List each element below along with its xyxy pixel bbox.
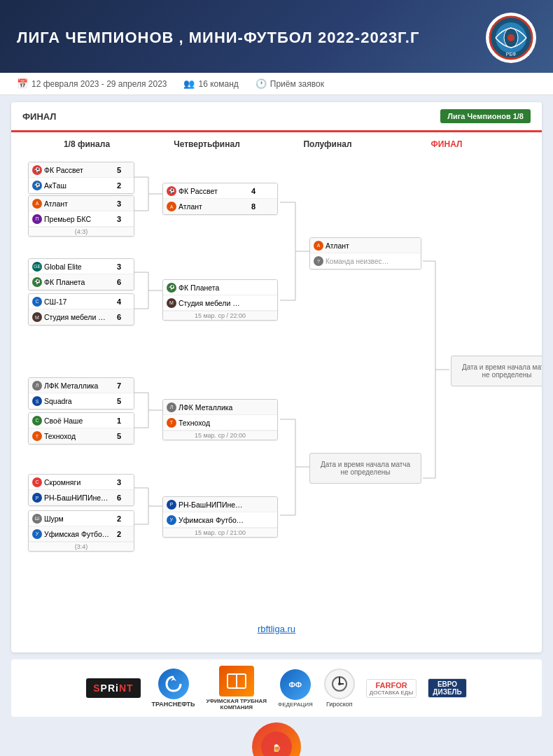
r2m4-t1-name: РН-БашНИПИнефть [178, 500, 245, 509]
r1m6-team1: С Своё Наше 1 [29, 413, 134, 428]
teams-item: 👥 16 команд [183, 78, 238, 89]
r1m7-team1: С Скромняги 3 [29, 475, 134, 490]
r2m4-team2: У Уфимская Футбольна... [163, 512, 277, 528]
r2m1-t2-name: Атлант [178, 202, 245, 211]
r4-final-tbd: Дата и время начала матча не определены [451, 356, 542, 386]
website-link[interactable]: rbftliga.ru [258, 624, 295, 634]
r1m7-t1-name: Скромняги [44, 478, 111, 486]
footer-link[interactable]: rbftliga.ru [22, 617, 531, 641]
r1-label: 1/8 финала [28, 139, 146, 149]
r1m5-t1-score: 7 [114, 382, 121, 390]
teams-text: 16 команд [198, 79, 238, 89]
r1-match-1: ⚽ ФК Рассвет 5 ⚽ АкТаш 2 [28, 162, 134, 194]
r1m2-t2-name: Премьер БКС [44, 215, 111, 223]
r3-match-2-tbd: Дата и время начала матча не определены [309, 453, 421, 484]
r1m2-t1-score: 3 [114, 200, 121, 208]
r2m2-t2-name: Студия мебели Ильд... [178, 299, 245, 307]
r1m8-team2: У Уфимская Футбольна... 2 [29, 526, 134, 542]
r3-match-1: A Атлант ? Команда неизвестна [309, 237, 421, 270]
page-title: ЛИГА ЧЕМПИОНОВ , МИНИ-ФУТБОЛ 2022-2023Г.… [17, 29, 419, 47]
bracket-container: 1/8 финала Четвертьфинал Полуфинал ФИНАЛ [11, 132, 542, 652]
dates-item: 📅 12 февраля 2023 - 29 апреля 2023 [17, 78, 167, 89]
r1m5-t2-name: Squadra [44, 397, 111, 405]
svg-point-36 [338, 682, 341, 685]
card-header: ФИНАЛ Лига Чемпионов 1/8 [11, 102, 542, 132]
r1-match-8: Ш Шурм 2 У Уфимская Футбольна... 2 (3:4) [28, 510, 134, 552]
bottom-sponsor: 🍺 [0, 722, 553, 756]
r1m8-team1: Ш Шурм 2 [29, 511, 134, 526]
svg-text:🍺: 🍺 [272, 743, 281, 752]
r1m2-t1-icon: A [32, 199, 42, 209]
svg-text:РБФ: РБФ [506, 52, 517, 57]
r1m5-t2-score: 5 [114, 397, 121, 405]
r1m7-team2: Р РН-БашНИПИнефть 6 [29, 490, 134, 505]
r2-match-1: ⚽ ФК Рассвет 4 A Атлант 8 [162, 183, 278, 215]
r2m1-team2: A Атлант 8 [163, 199, 277, 214]
r1m8-t2-icon: У [32, 529, 42, 539]
r1m5-team2: S Squadra 5 [29, 393, 134, 409]
r2m4-t2-icon: У [167, 515, 176, 525]
r1m4-team2: М Студия мебели Ильд... 6 [29, 309, 134, 325]
r1m1-t1-name: ФК Рассвет [44, 166, 111, 174]
sponsor-euro: ЕВРО ДИЗЕЛЬ [428, 671, 466, 706]
r3m1-t2-name: Команда неизвестна [326, 258, 392, 265]
r1m4-team1: С СШ-17 4 [29, 294, 134, 309]
r2m2-t2-icon: М [167, 298, 176, 308]
r1m3-t2-score: 6 [114, 278, 121, 286]
r3-label: Полуфинал [268, 139, 387, 149]
r1m6-t2-name: Техноход [44, 432, 111, 440]
r1m8-t1-name: Шурм [44, 514, 111, 523]
league-logo: РБФ [486, 13, 536, 63]
r1m6-t1-name: Своё Наше [44, 416, 111, 425]
r2m2-team2: М Студия мебели Ильд... [163, 295, 277, 311]
r2m3-t2-icon: Т [167, 418, 176, 428]
card-badge: Лига Чемпионов 1/8 [440, 109, 531, 123]
r1m1-team1: ⚽ ФК Рассвет 5 [29, 162, 134, 178]
r2m2-t1-name: ФК Планета [178, 284, 245, 292]
r1m6-t1-score: 1 [114, 416, 121, 425]
sponsor-farfor: FARFOR ДОСТАВКА ЕДЫ [366, 671, 417, 706]
r2m2-t1-icon: ⚽ [167, 283, 176, 293]
sponsor-fed: ФФ ФЕДЕРАЦИЯ [278, 671, 313, 706]
r1m7-t1-icon: С [32, 477, 42, 487]
r1m2-t2-score: 3 [114, 215, 121, 223]
r2m3-t1-icon: Л [167, 402, 176, 412]
r1m3-t1-name: Global Elite [44, 262, 111, 271]
sponsor-transneft: ТРАНСНЕФТЬ [152, 671, 195, 706]
r1m8-t1-score: 2 [114, 514, 121, 523]
r2m1-t1-score: 4 [248, 187, 255, 195]
r1m5-t1-name: ЛФК Металлика [44, 382, 111, 390]
r2m1-t2-icon: A [167, 202, 176, 211]
r1m8-t1-icon: Ш [32, 514, 42, 524]
r1m4-t1-icon: С [32, 297, 42, 307]
r2-label: Четвертьфинал [146, 139, 268, 149]
sponsor-ufimsk: УФИМСКАЯ ТРУБНАЯКОМПАНИЯ [206, 671, 267, 706]
r1m8-t2-name: Уфимская Футбольна... [44, 530, 111, 538]
r1m1-t2-score: 2 [114, 181, 121, 190]
r2m4-t1-icon: Р [167, 500, 176, 510]
r1m3-team2: ⚽ ФК Планета 6 [29, 274, 134, 290]
svg-point-3 [507, 34, 514, 41]
r4-label: ФИНАЛ [387, 139, 506, 149]
r1-match-6: С Своё Наше 1 Т Техноход 5 [28, 412, 134, 444]
r1m4-t1-name: СШ-17 [44, 298, 111, 306]
r1m1-t2-name: АкТаш [44, 181, 111, 190]
r1m2-t2-icon: П [32, 214, 42, 224]
r3-sf2-tbd: Дата и время начала матча не определены [309, 453, 421, 484]
r1-match-3: GE Global Elite 3 ⚽ ФК Планета 6 [28, 258, 134, 290]
r1m2-team1: A Атлант 3 [29, 196, 134, 211]
sponsors-section: SPRiNT ТРАНСНЕФТЬ УФИМСКАЯ ТРУБНАЯКОМПАН… [11, 659, 542, 717]
r3m1-t2-icon: ? [314, 256, 323, 266]
r1-match-1-team2: ⚽ АкТаш 2 [29, 178, 134, 193]
r1m1-t2-icon: ⚽ [32, 181, 42, 190]
r2m1-t1-name: ФК Рассвет [178, 187, 245, 195]
card-title: ФИНАЛ [22, 111, 57, 122]
r1m8-t2-score: 2 [114, 530, 121, 538]
r1m4-t1-score: 4 [114, 298, 121, 306]
calendar-icon: 📅 [17, 78, 28, 89]
r1m2-t1-name: Атлант [44, 200, 111, 208]
r2m3-team2: Т Техноход [163, 415, 277, 430]
r2m2-sched: 15 мар. ср / 22:00 [163, 311, 277, 320]
teams-icon: 👥 [183, 78, 195, 89]
r2m4-team1: Р РН-БашНИПИнефть [163, 497, 277, 512]
